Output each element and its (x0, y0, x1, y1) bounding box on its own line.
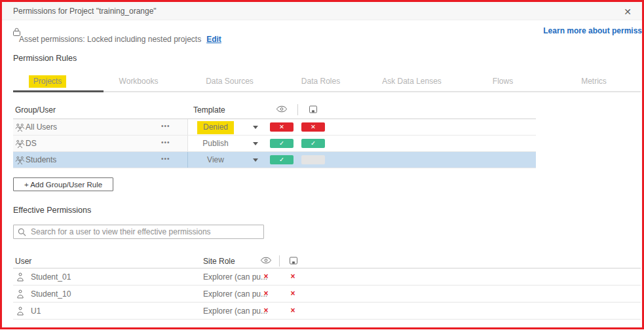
search-icon (18, 228, 26, 236)
row-actions-menu-icon[interactable]: ••• (159, 120, 173, 132)
tab-workbooks[interactable]: Workbooks (93, 74, 184, 90)
close-icon[interactable]: ✕ (621, 5, 634, 18)
row-actions-menu-icon[interactable]: ••• (159, 153, 173, 165)
row-actions-menu-icon[interactable]: ••• (159, 136, 173, 149)
template-column-header: Template (193, 105, 225, 115)
view-capability-icon (276, 105, 288, 113)
group-user-column-header: Group/User (15, 105, 56, 115)
effective-user-row: Student_01 Explorer (can pu... × × (13, 268, 641, 286)
tabs-divider (13, 91, 641, 92)
publish-capability-icon (290, 257, 298, 265)
dialog-title: Permissions for Project "training_orange… (13, 7, 157, 16)
annotation-border: Permissions for Project "training_orange… (0, 0, 644, 329)
template-dropdown[interactable]: Denied (187, 119, 244, 135)
rule-row-all-users[interactable]: All Users ••• Denied ✕ ✕ (13, 119, 536, 136)
permission-rules-table: Group/User Template All User (13, 101, 536, 168)
view-denied-mark: × (263, 272, 268, 281)
permission-tabs: Projects Workbooks Data Sources Data Rol… (2, 74, 642, 92)
dialog-titlebar: Permissions for Project "training_orange… (2, 2, 642, 20)
tab-flows[interactable]: Flows (457, 74, 548, 90)
permission-rules-heading: Permission Rules (13, 54, 77, 63)
publish-denied-mark: × (290, 289, 295, 298)
group-icon (15, 123, 25, 132)
user-column-header: User (15, 257, 31, 266)
view-denied-mark: × (263, 306, 268, 315)
edit-link[interactable]: Edit (206, 35, 221, 44)
publish-denied-mark: × (290, 306, 295, 315)
publish-denied-mark: × (290, 272, 295, 281)
group-icon (15, 156, 25, 165)
publish-capability-badge[interactable]: ✓ (301, 139, 325, 148)
effective-permissions-table: User Site Role Student_01 Explorer (can … (13, 253, 641, 320)
publish-capability-icon (309, 105, 318, 113)
tab-projects[interactable]: Projects (2, 74, 93, 90)
rule-group-name: All Users (26, 122, 57, 132)
chevron-down-icon[interactable] (253, 126, 258, 129)
rule-group-name: Students (26, 155, 56, 164)
tab-data-roles[interactable]: Data Roles (275, 74, 366, 90)
tab-data-sources[interactable]: Data Sources (184, 74, 275, 90)
permissions-dialog: Permissions for Project "training_orange… (2, 2, 642, 327)
header-icon-divider (279, 255, 280, 267)
effective-user-name: Student_01 (31, 272, 71, 282)
effective-user-name: Student_10 (31, 289, 71, 299)
view-capability-badge[interactable]: ✓ (270, 155, 294, 164)
rule-row-ds[interactable]: DS ••• Publish ✓ ✓ (13, 136, 536, 152)
effective-permissions-heading: Effective Permissions (13, 206, 91, 215)
view-capability-badge[interactable]: ✕ (270, 122, 294, 132)
site-role-column-header: Site Role (203, 257, 235, 266)
learn-more-link[interactable]: Learn more about permiss (543, 26, 642, 35)
user-icon (16, 272, 24, 282)
effective-user-site-role: Explorer (can pu... (203, 289, 267, 299)
effective-user-row: Student_10 Explorer (can pu... × × (13, 286, 641, 303)
header-icon-divider (297, 104, 298, 115)
effective-user-row: U1 Explorer (can pu... × × (13, 303, 641, 320)
publish-capability-badge[interactable] (301, 155, 325, 164)
view-denied-mark: × (263, 289, 268, 298)
effective-user-site-role: Explorer (can pu... (203, 272, 267, 282)
chevron-down-icon[interactable] (253, 158, 258, 162)
chevron-down-icon[interactable] (253, 142, 258, 145)
effective-user-site-role: Explorer (can pu... (203, 306, 267, 316)
view-capability-icon (261, 257, 272, 264)
publish-capability-badge[interactable]: ✕ (301, 122, 325, 132)
view-capability-badge[interactable]: ✓ (270, 139, 294, 148)
search-input[interactable] (13, 225, 264, 239)
user-icon (16, 306, 24, 316)
users-table-header: User Site Role (13, 253, 641, 268)
template-dropdown[interactable]: View (187, 152, 244, 168)
rules-table-header: Group/User Template (13, 101, 536, 119)
effective-user-name: U1 (31, 306, 41, 316)
add-group-user-rule-button[interactable]: + Add Group/User Rule (13, 177, 113, 191)
rule-row-students[interactable]: Students ••• View ✓ (13, 152, 536, 168)
asset-permissions-text: Asset permissions: Locked including nest… (19, 35, 201, 44)
effective-permissions-search (13, 225, 264, 239)
group-icon (15, 139, 25, 149)
user-icon (16, 289, 24, 299)
template-dropdown[interactable]: Publish (187, 136, 244, 151)
tab-ask-data-lenses[interactable]: Ask Data Lenses (366, 74, 457, 90)
tab-metrics[interactable]: Metrics (548, 74, 639, 90)
active-tab-indicator (13, 90, 104, 92)
rule-group-name: DS (26, 139, 37, 148)
